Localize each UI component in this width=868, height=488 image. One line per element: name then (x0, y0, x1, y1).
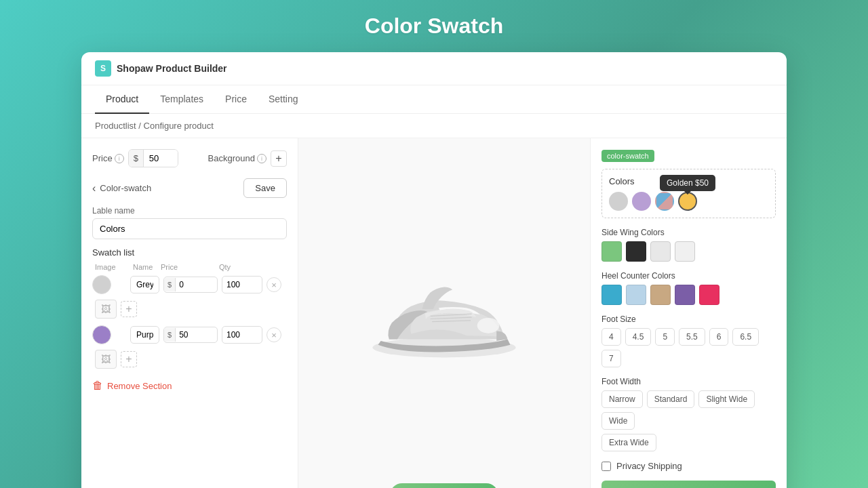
label-name-section: Lable name (92, 206, 287, 239)
side-wing-black[interactable] (626, 241, 646, 262)
product-preview (356, 152, 532, 476)
swatch-row: $ × (92, 275, 287, 294)
side-wing-section: Side Wing Colors (601, 228, 776, 262)
price-info-icon[interactable]: i (115, 154, 124, 163)
colors-section: Colors Golden $50 (601, 169, 776, 218)
swatch-price-wrap-purple: $ (163, 327, 218, 343)
swatch-remove-purple[interactable]: × (267, 327, 281, 342)
size-4[interactable]: 4 (601, 328, 621, 346)
size-5[interactable]: 5 (655, 328, 675, 346)
col-qty: Qty (219, 263, 260, 271)
app-logo: S (95, 60, 111, 77)
swatch-add-image-purple[interactable]: + (121, 351, 137, 367)
side-wing-white[interactable] (650, 241, 671, 262)
nav-tabs: Product Templates Price Setting (81, 85, 787, 114)
tab-setting[interactable]: Setting (258, 85, 309, 114)
size-6-5[interactable]: 6.5 (732, 328, 759, 346)
colors-title: Colors (609, 176, 768, 186)
col-price: Price (161, 263, 215, 271)
swatch-image-row-purple: 🖼 + (95, 350, 287, 369)
width-standard[interactable]: Standard (647, 390, 695, 408)
heel-counter-title: Heel Counter Colors (601, 271, 776, 281)
width-options: Narrow Standard Slight Wide Wide (601, 390, 776, 430)
add-to-cart-button[interactable]: ADD TO CART (601, 481, 776, 488)
bg-info-icon[interactable]: i (257, 154, 267, 163)
swatch-blue-split[interactable] (655, 192, 674, 211)
shoe-image (356, 253, 532, 375)
side-wing-title: Side Wing Colors (601, 228, 776, 237)
swatch-golden-wrap: Golden $50 (678, 192, 697, 211)
svg-point-4 (477, 317, 500, 333)
app-container: S Shopaw Product Builder Product Templat… (81, 52, 787, 488)
size-6[interactable]: 6 (709, 328, 729, 346)
app-name-label: Shopaw Product Builder (117, 63, 227, 74)
swatch-price-wrap-grey: $ (163, 277, 218, 293)
save-button[interactable]: Save (243, 178, 287, 198)
main-layout: Price i $ Background i + (81, 138, 787, 488)
heel-purple[interactable] (675, 285, 695, 305)
foot-width-title: Foot Width (601, 377, 776, 386)
heel-lightblue[interactable] (626, 285, 646, 305)
foot-size-section: Foot Size 4 4.5 5 5.5 6 6.5 7 (601, 314, 776, 367)
image-icon: 🖼 (101, 354, 111, 365)
swatch-qty-purple[interactable] (222, 326, 262, 344)
section-name-label: Color-swatch (100, 183, 151, 193)
swatch-img-placeholder-grey: 🖼 (95, 300, 117, 319)
tab-product[interactable]: Product (95, 85, 149, 114)
privacy-row: Privacy Shipping (601, 461, 776, 471)
label-name-input[interactable] (92, 218, 287, 239)
side-wing-lightgrey[interactable] (675, 241, 695, 262)
swatch-remove-grey[interactable]: × (267, 277, 281, 292)
swatch-name-grey[interactable] (130, 276, 159, 293)
width-narrow[interactable]: Narrow (601, 390, 643, 408)
swatch-grey[interactable] (609, 192, 628, 211)
main-color-swatches: Golden $50 (609, 192, 768, 211)
swatch-table-header: Image Name Price Qty (92, 263, 287, 271)
swatch-golden[interactable] (678, 192, 697, 211)
price-input-wrap: $ (128, 149, 178, 167)
center-panel: View in store (298, 138, 590, 488)
heel-tan[interactable] (650, 285, 671, 305)
label-name-field-label: Lable name (92, 206, 287, 216)
tab-price[interactable]: Price (214, 85, 258, 114)
swatch-lavender[interactable] (632, 192, 651, 211)
size-4-5[interactable]: 4.5 (625, 328, 652, 346)
heel-counter-swatches (601, 285, 776, 305)
swatch-color-grey[interactable] (92, 275, 111, 294)
heel-red[interactable] (699, 285, 719, 305)
breadcrumb-separator: / (138, 121, 143, 131)
width-slight-wide[interactable]: Slight Wide (698, 390, 755, 408)
price-input[interactable] (144, 150, 178, 167)
swatch-price-purple[interactable] (176, 327, 203, 342)
size-options: 4 4.5 5 5.5 6 6.5 7 (601, 328, 776, 367)
page-title: Color Swatch (365, 14, 503, 39)
heel-counter-section: Heel Counter Colors (601, 271, 776, 305)
right-panel: color-swatch Colors Golden $50 (590, 138, 787, 488)
swatch-price-grey[interactable] (176, 277, 203, 292)
background-add-button[interactable]: + (271, 150, 287, 167)
privacy-checkbox[interactable] (601, 462, 611, 471)
breadcrumb-parent[interactable]: Productlist (95, 121, 136, 131)
section-back-button[interactable]: ‹ Color-swatch (92, 182, 151, 195)
swatch-img-placeholder-purple: 🖼 (95, 350, 117, 369)
background-label: Background i (208, 153, 267, 163)
width-extra-wide[interactable]: Extra Wide (601, 434, 656, 451)
breadcrumb-current: Configure product (144, 121, 214, 131)
swatch-add-image-grey[interactable]: + (121, 301, 137, 317)
price-dollar: $ (129, 150, 144, 167)
col-name: Name (133, 263, 157, 271)
width-wide[interactable]: Wide (601, 412, 635, 430)
swatch-qty-grey[interactable] (222, 276, 262, 293)
back-arrow-icon: ‹ (92, 182, 96, 195)
size-5-5[interactable]: 5.5 (679, 328, 705, 346)
tab-templates[interactable]: Templates (149, 85, 214, 114)
swatch-color-purple[interactable] (92, 325, 111, 344)
view-in-store-button[interactable]: View in store (390, 483, 498, 488)
swatch-list-label: Swatch list (92, 247, 287, 258)
breadcrumb: Productlist / Configure product (81, 114, 787, 138)
swatch-name-purple[interactable] (130, 326, 159, 344)
size-7[interactable]: 7 (601, 350, 621, 367)
remove-section-button[interactable]: 🗑 Remove Section (92, 380, 287, 392)
heel-teal[interactable] (601, 285, 622, 305)
side-wing-green[interactable] (601, 241, 622, 262)
